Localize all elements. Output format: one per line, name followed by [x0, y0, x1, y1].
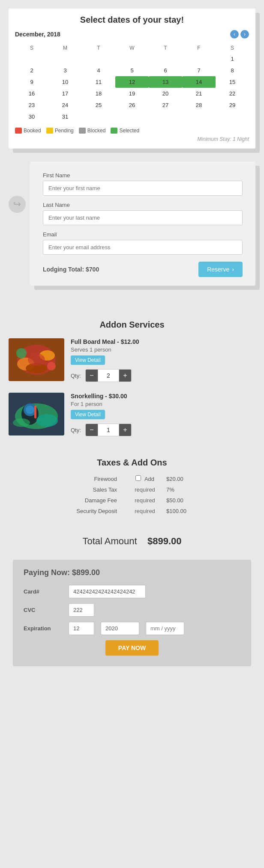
tax-row-damagefee: Damage Fee required $50.00 [9, 497, 255, 504]
snorkelling-qty-decrease-button[interactable]: − [86, 424, 98, 436]
first-name-label: First Name [43, 172, 243, 179]
calendar-day [48, 53, 82, 65]
full-board-meal-info: Full Board Meal - $12.00 Serves 1 person… [71, 338, 255, 382]
calendar-day [82, 111, 115, 122]
day-header-w: W [115, 43, 149, 53]
calendar-day[interactable]: 13 [149, 76, 182, 88]
arrow-icon-area: ↩ [9, 161, 30, 213]
cvc-input[interactable] [69, 603, 94, 617]
calendar-day[interactable]: 27 [149, 99, 182, 111]
lodging-total-text: Lodging Total: $700 [43, 266, 99, 273]
calendar-day[interactable]: 31 [48, 111, 82, 122]
calendar-day[interactable]: 22 [216, 88, 249, 99]
salestax-name: Sales Tax [63, 486, 123, 493]
prev-month-button[interactable]: ‹ [230, 30, 239, 39]
legend-booked-box [15, 128, 22, 134]
svg-point-6 [47, 362, 56, 370]
snorkelling-info: Snorkelling - $30.00 For 1 person View D… [71, 393, 255, 436]
calendar-day[interactable]: 28 [182, 99, 216, 111]
next-month-button[interactable]: › [240, 30, 249, 39]
card-number-input[interactable] [69, 585, 146, 598]
calendar-day[interactable]: 15 [216, 76, 249, 88]
snorkelling-image [9, 393, 64, 435]
calendar-nav: ‹ › [230, 30, 249, 39]
calendar-day[interactable]: 10 [48, 76, 82, 88]
snorkelling-qty-label: Qty: [71, 427, 81, 433]
exp-month-input[interactable] [69, 622, 94, 635]
calendar-day[interactable]: 17 [48, 88, 82, 99]
cvc-row: CVC [24, 603, 240, 617]
calendar-day [182, 53, 216, 65]
exp-year-input[interactable] [101, 622, 139, 635]
exp-placeholder-input[interactable] [146, 622, 184, 635]
legend-selected-label: Selected [119, 128, 139, 134]
pay-now-button[interactable]: PAY NOW [105, 640, 159, 656]
full-board-qty-increase-button[interactable]: + [119, 370, 131, 382]
day-header-f: F [182, 43, 216, 53]
calendar-day[interactable]: 16 [15, 88, 48, 99]
calendar-day[interactable]: 9 [15, 76, 48, 88]
legend-blocked-label: Blocked [87, 128, 106, 134]
full-board-qty-label: Qty: [71, 373, 81, 379]
email-label: Email [43, 231, 243, 238]
calendar-day [216, 111, 249, 122]
addon-item-snorkelling: Snorkelling - $30.00 For 1 person View D… [9, 393, 255, 436]
secdeposit-status: required [123, 508, 166, 514]
calendar-day[interactable]: 29 [216, 99, 249, 111]
tax-row-firewood: Firewood Add $20.00 [9, 475, 255, 482]
salestax-amount: 7% [166, 486, 201, 493]
legend-pending-label: Pending [55, 128, 74, 134]
svg-point-7 [28, 353, 45, 366]
firewood-name: Firewood [63, 476, 123, 482]
snorkelling-qty-increase-button[interactable]: + [119, 424, 131, 436]
email-input[interactable] [43, 240, 243, 255]
svg-rect-13 [34, 406, 36, 418]
snorkelling-persons: For 1 person [71, 401, 255, 407]
calendar-day[interactable]: 2 [15, 65, 48, 76]
addon-section-title: Addon Services [9, 320, 255, 330]
secdeposit-amount: $100.00 [166, 508, 201, 514]
full-board-view-detail-button[interactable]: View Detail [71, 355, 105, 365]
reserve-arrow-icon: › [232, 266, 234, 273]
salestax-status: required [123, 486, 166, 493]
day-header-t1: T [82, 43, 115, 53]
calendar-day[interactable]: 6 [149, 65, 182, 76]
calendar-day[interactable]: 7 [182, 65, 216, 76]
legend-pending: Pending [46, 128, 74, 134]
calendar-day[interactable]: 25 [82, 99, 115, 111]
calendar-day[interactable]: 23 [15, 99, 48, 111]
calendar-day[interactable]: 26 [115, 99, 149, 111]
calendar-day[interactable]: 3 [48, 65, 82, 76]
reserve-button[interactable]: Reserve › [198, 262, 243, 277]
calendar-day[interactable]: 4 [82, 65, 115, 76]
calendar-grid: S M T W T F S 12345678910111213141516171… [15, 43, 249, 122]
full-board-qty-decrease-button[interactable]: − [86, 370, 98, 382]
legend-booked-label: Booked [24, 128, 41, 134]
full-board-qty-control: − 2 + [85, 369, 132, 382]
first-name-input[interactable] [43, 181, 243, 196]
calendar-day[interactable]: 19 [115, 88, 149, 99]
calendar-day[interactable]: 11 [82, 76, 115, 88]
calendar-day[interactable]: 14 [182, 76, 216, 88]
calendar-day[interactable]: 18 [82, 88, 115, 99]
firewood-checkbox[interactable] [135, 475, 141, 481]
snorkelling-view-detail-button[interactable]: View Detail [71, 410, 105, 419]
calendar-day[interactable]: 21 [182, 88, 216, 99]
calendar-day[interactable]: 12 [115, 76, 149, 88]
last-name-input[interactable] [43, 210, 243, 225]
calendar-day[interactable]: 20 [149, 88, 182, 99]
cvc-label: CVC [24, 607, 62, 613]
firewood-add-label: Add [144, 476, 154, 482]
calendar-day [115, 53, 149, 65]
last-name-label: Last Name [43, 202, 243, 208]
min-stay-text: Minimum Stay: 1 Night [15, 136, 249, 142]
calendar-day[interactable]: 5 [115, 65, 149, 76]
calendar-day[interactable]: 8 [216, 65, 249, 76]
card-number-row: Card# [24, 585, 240, 598]
legend-booked: Booked [15, 128, 41, 134]
calendar-day[interactable]: 24 [48, 99, 82, 111]
reserve-button-label: Reserve [207, 266, 229, 273]
calendar-day[interactable]: 30 [15, 111, 48, 122]
day-header-s1: S [15, 43, 48, 53]
calendar-day[interactable]: 1 [216, 53, 249, 65]
